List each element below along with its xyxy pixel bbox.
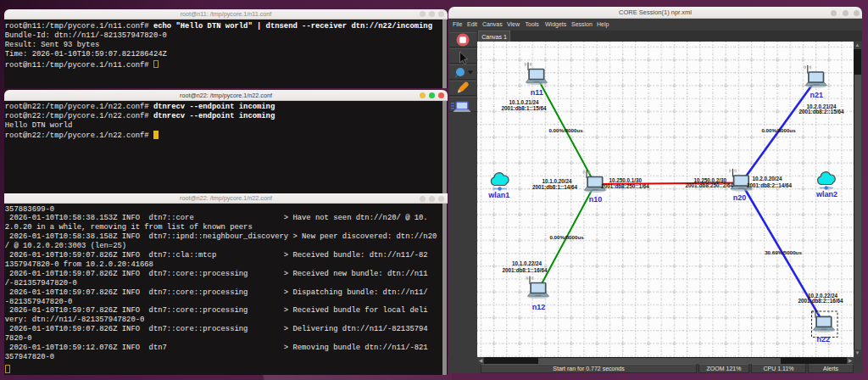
svg-text:0.00%/8000us: 0.00%/8000us xyxy=(548,127,583,133)
svg-text:n11: n11 xyxy=(531,88,543,97)
svg-text:n10: n10 xyxy=(589,195,603,204)
svg-text:2001:db8:2::14/64: 2001:db8:2::14/64 xyxy=(747,182,792,188)
svg-text:wlan2: wlan2 xyxy=(815,190,837,198)
svg-text:2001:db8:250::2/64: 2001:db8:250::2/64 xyxy=(686,182,734,188)
svg-text:2001:db8:1::15/64: 2001:db8:1::15/64 xyxy=(502,105,547,111)
svg-text:10.1.0.22/24: 10.1.0.22/24 xyxy=(512,260,542,266)
svg-text:10.1.0.20/24: 10.1.0.20/24 xyxy=(542,178,572,184)
svg-text:2001:db8:250::1/64: 2001:db8:250::1/64 xyxy=(601,183,649,189)
svg-text:10.2.0.20/24: 10.2.0.20/24 xyxy=(752,176,782,182)
svg-text:wlan1: wlan1 xyxy=(487,191,509,199)
svg-text:2001:db8:1::14/64: 2001:db8:1::14/64 xyxy=(532,184,577,190)
svg-text:30.69%/5000us: 30.69%/5000us xyxy=(765,249,802,255)
svg-text:2001:db8:2::16/64: 2001:db8:2::16/64 xyxy=(798,298,843,304)
svg-text:0.00%/8000us: 0.00%/8000us xyxy=(549,234,584,240)
svg-text:n22: n22 xyxy=(817,335,831,344)
svg-text:n21: n21 xyxy=(810,91,823,99)
svg-text:n12: n12 xyxy=(532,303,546,311)
svg-text:2001:db8:1::16/64: 2001:db8:1::16/64 xyxy=(503,267,548,273)
svg-text:n20: n20 xyxy=(733,193,747,202)
svg-text:2001:db8:2::15/64: 2001:db8:2::15/64 xyxy=(799,109,844,115)
svg-text:10.250.0.1/30: 10.250.0.1/30 xyxy=(609,177,642,183)
svg-text:0.00%/8000us: 0.00%/8000us xyxy=(761,127,796,133)
